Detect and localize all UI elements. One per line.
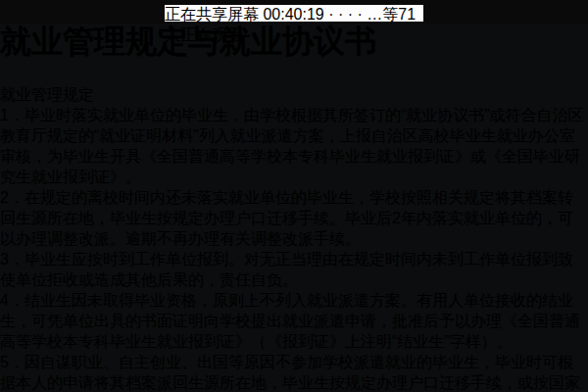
- meeting-window: 正在共享屏幕 00:40:19 · · · · …等71人正在观看 就业管理规定…: [0, 0, 588, 392]
- regulation-list: 1．毕业时落实就业单位的毕业生，由学校根据其所签订的“就业协议书”或符合自治区教…: [0, 106, 588, 392]
- regulation-item-text: 因自谋职业、自主创业、出国等原因不参加学校派遣就业的毕业生，毕业时可根据本人的申…: [0, 354, 580, 392]
- slide-title: 就业管理规定与就业协议书: [0, 21, 588, 64]
- regulation-item: 1．毕业时落实就业单位的毕业生，由学校根据其所签订的“就业协议书”或符合自治区教…: [0, 106, 588, 188]
- regulation-item-number: 1．: [0, 107, 24, 123]
- regulation-item-number: 4．: [0, 292, 24, 309]
- regulation-item-number: 5．: [0, 354, 24, 370]
- section-tag: 就业管理规定: [0, 85, 588, 106]
- top-bar: 正在共享屏幕 00:40:19 · · · · …等71人正在观看: [0, 0, 588, 24]
- regulation-item-text: 结业生因未取得毕业资格，原则上不列入就业派遣方案。有用人单位接收的结业生，可凭单…: [0, 292, 580, 350]
- regulation-item: 2．在规定的离校时间内还未落实就业单位的毕业生，学校按照相关规定将其档案转回生源…: [0, 188, 588, 250]
- shared-slide: 就业管理规定与就业协议书 就业管理规定 1．毕业时落实就业单位的毕业生，由学校根…: [0, 21, 588, 392]
- regulation-item-text: 毕业生应按时到工作单位报到。对无正当理由在规定时间内未到工作单位报到致使单位拒收…: [0, 251, 573, 288]
- regulation-item-text: 在规定的离校时间内还未落实就业单位的毕业生，学校按照相关规定将其档案转回生源所在…: [0, 189, 573, 247]
- sharing-status-label: 正在共享屏幕: [165, 6, 259, 23]
- regulation-item-number: 3．: [0, 251, 24, 268]
- regulation-item-number: 2．: [0, 189, 24, 206]
- regulation-item-text: 毕业时落实就业单位的毕业生，由学校根据其所签订的“就业协议书”或符合自治区教育厅…: [0, 107, 584, 185]
- share-timer: 00:40:19: [263, 6, 323, 23]
- regulation-item: 4．结业生因未取得毕业资格，原则上不列入就业派遣方案。有用人单位接收的结业生，可…: [0, 291, 588, 353]
- loading-dots: · · · ·: [328, 6, 363, 23]
- regulation-item: 3．毕业生应按时到工作单位报到。对无正当理由在规定时间内未到工作单位报到致使单位…: [0, 250, 588, 291]
- share-status-pill[interactable]: 正在共享屏幕 00:40:19 · · · · …等71人正在观看: [165, 5, 423, 22]
- regulation-item: 5．因自谋职业、自主创业、出国等原因不参加学校派遣就业的毕业生，毕业时可根据本人…: [0, 353, 588, 392]
